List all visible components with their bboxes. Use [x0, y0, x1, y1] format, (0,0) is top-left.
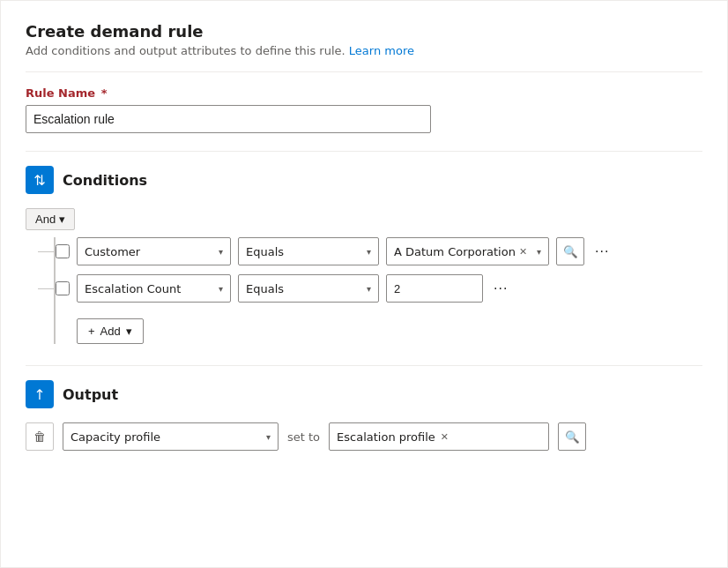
more-icon-2: ···: [494, 280, 508, 295]
condition-operator-dropdown-2[interactable]: Equals ▾: [238, 274, 379, 303]
page-container: Create demand rule Add conditions and ou…: [0, 0, 728, 568]
output-delete-button[interactable]: 🗑: [26, 422, 54, 451]
conditions-section: ⇅ Conditions And ▾ Customer ▾ Equals ▾: [26, 166, 702, 344]
conditions-title: Conditions: [63, 172, 147, 189]
set-to-label: set to: [287, 430, 320, 444]
condition-row-1: Customer ▾ Equals ▾ A Datum Corporation …: [56, 237, 702, 265]
output-search-button[interactable]: 🔍: [558, 422, 586, 451]
add-chevron-icon: ▾: [126, 325, 132, 338]
rule-name-input[interactable]: [26, 105, 431, 133]
output-value-field: Escalation profile ✕: [329, 422, 549, 451]
add-condition-button[interactable]: + Add ▾: [77, 318, 144, 344]
operator-dropdown-chevron-1: ▾: [367, 247, 371, 257]
condition-checkbox-1[interactable]: [56, 244, 70, 258]
page-header: Create demand rule Add conditions and ou…: [26, 22, 702, 57]
search-icon-output: 🔍: [565, 430, 580, 444]
and-chevron-icon: ▾: [59, 213, 65, 226]
plus-icon: +: [88, 325, 95, 338]
output-field-chevron: ▾: [266, 432, 271, 442]
condition-search-button-1[interactable]: 🔍: [556, 237, 584, 265]
condition-checkbox-2[interactable]: [56, 281, 70, 295]
add-label: Add: [100, 325, 121, 338]
output-title: Output: [63, 386, 118, 403]
condition-field-dropdown-1[interactable]: Customer ▾: [77, 237, 231, 265]
output-section: ↑ Output 🗑 Capacity profile ▾ set to Esc…: [26, 380, 702, 451]
page-subtitle: Add conditions and output attributes to …: [26, 44, 702, 57]
section-divider-2: [26, 365, 702, 366]
condition-field-dropdown-2[interactable]: Escalation Count ▾: [77, 274, 231, 303]
output-value-clear[interactable]: ✕: [441, 431, 449, 443]
rule-name-section: Rule Name *: [26, 86, 702, 133]
output-header: ↑ Output: [26, 380, 702, 408]
conditions-icon-symbol: ⇅: [33, 172, 45, 189]
condition-value-field-1: A Datum Corporation ✕ ▾: [386, 237, 549, 265]
more-icon-1: ···: [595, 243, 609, 258]
field-dropdown-chevron-2: ▾: [219, 284, 223, 294]
condition-value-clear-1[interactable]: ✕: [519, 246, 527, 258]
conditions-tree: Customer ▾ Equals ▾ A Datum Corporation …: [54, 237, 702, 344]
conditions-header: ⇅ Conditions: [26, 166, 702, 194]
condition-operator-dropdown-1[interactable]: Equals ▾: [238, 237, 379, 265]
condition-more-button-1[interactable]: ···: [591, 243, 613, 259]
page-title: Create demand rule: [26, 22, 702, 41]
search-icon-1: 🔍: [563, 245, 578, 258]
field-dropdown-chevron-1: ▾: [219, 247, 223, 257]
output-field-dropdown[interactable]: Capacity profile ▾: [63, 422, 279, 451]
output-row: 🗑 Capacity profile ▾ set to Escalation p…: [26, 422, 702, 451]
section-divider-1: [26, 151, 702, 152]
condition-more-button-2[interactable]: ···: [490, 280, 511, 296]
and-button[interactable]: And ▾: [26, 208, 75, 230]
rule-name-label: Rule Name *: [26, 86, 702, 100]
trash-icon: 🗑: [33, 430, 46, 444]
operator-dropdown-chevron-2: ▾: [367, 284, 371, 294]
condition-value-input-2[interactable]: [386, 274, 483, 303]
value-field-chevron-1: ▾: [537, 247, 541, 257]
condition-row-2: Escalation Count ▾ Equals ▾ ···: [56, 274, 702, 303]
output-icon: ↑: [26, 380, 54, 408]
learn-more-link[interactable]: Learn more: [349, 44, 414, 57]
header-divider: [26, 71, 702, 72]
output-icon-symbol: ↑: [33, 386, 45, 403]
conditions-icon: ⇅: [26, 166, 54, 194]
